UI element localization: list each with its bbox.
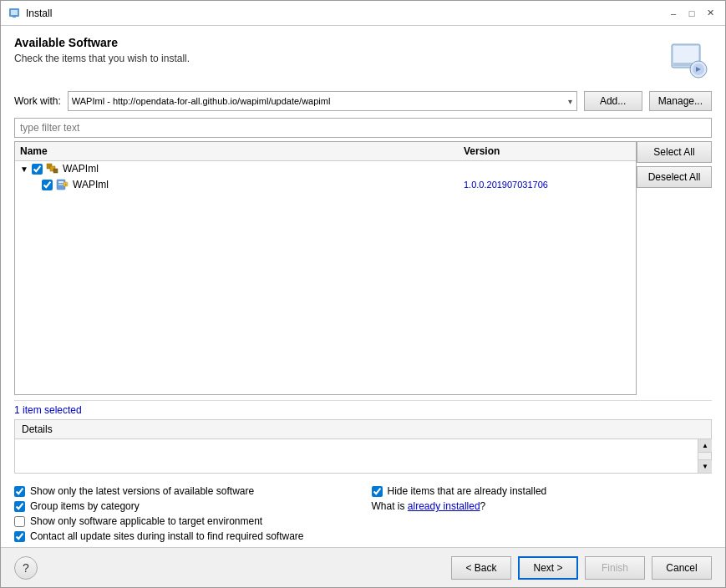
- already-installed-link[interactable]: already installed: [408, 500, 480, 512]
- status-text: 1 item selected: [14, 404, 82, 416]
- opt1-label: Show only the latest versions of availab…: [30, 485, 254, 497]
- details-header: Details: [15, 420, 711, 439]
- scrollbar-up[interactable]: ▲: [698, 439, 712, 453]
- expand-arrow: ▼: [20, 165, 28, 174]
- window-title: Install: [26, 8, 52, 19]
- list-header: Name Version: [15, 142, 636, 161]
- details-section: Details ▲ ▼: [14, 419, 712, 474]
- page-subtitle: Check the items that you wish to install…: [14, 53, 190, 64]
- svg-rect-2: [13, 16, 16, 18]
- group-checkbox[interactable]: [32, 164, 43, 175]
- opt4-text: What is already installed?: [372, 500, 486, 512]
- status-bar: 1 item selected: [14, 400, 712, 419]
- option-row-4: What is already installed?: [372, 500, 713, 512]
- back-button[interactable]: < Back: [451, 556, 511, 580]
- add-button[interactable]: Add...: [584, 91, 642, 111]
- next-button[interactable]: Next >: [518, 556, 578, 580]
- install-icon: [665, 36, 712, 83]
- header-area: Available Software Check the items that …: [14, 36, 712, 83]
- opt2-checkbox[interactable]: [372, 486, 383, 497]
- opt1-checkbox[interactable]: [14, 486, 25, 497]
- opt5-checkbox[interactable]: [14, 516, 25, 527]
- close-button[interactable]: ✕: [702, 5, 718, 22]
- opt5-label: Show only software applicable to target …: [30, 515, 262, 527]
- opt2-label: Hide items that are already installed: [388, 485, 547, 497]
- options-section: Show only the latest versions of availab…: [14, 480, 712, 547]
- scrollbar-down[interactable]: ▼: [698, 459, 712, 473]
- main-content-area: Available Software Check the items that …: [1, 26, 725, 547]
- manage-button[interactable]: Manage...: [649, 91, 712, 111]
- software-list-area: Name Version ▼: [14, 141, 712, 395]
- software-list[interactable]: Name Version ▼: [14, 141, 637, 395]
- work-with-select[interactable]: WAPIml - http://opendata-for-all.github.…: [68, 91, 577, 111]
- svg-rect-13: [58, 181, 63, 183]
- group-icon: [46, 163, 59, 175]
- work-with-row: Work with: WAPIml - http://opendata-for-…: [14, 91, 712, 111]
- work-with-label: Work with:: [14, 95, 61, 107]
- title-bar: Install – □ ✕: [1, 1, 725, 26]
- eclipse-install-icon: [668, 39, 708, 79]
- group-label: WAPIml: [63, 163, 99, 175]
- details-body: ▲ ▼: [15, 439, 711, 473]
- window-icon: [8, 7, 21, 20]
- item-checkbox[interactable]: [42, 180, 53, 190]
- install-window: Install – □ ✕ Available Software Check t…: [0, 0, 726, 588]
- plugin-icon: [56, 178, 69, 191]
- help-button[interactable]: ?: [14, 556, 38, 580]
- list-item-wapiml[interactable]: WAPIml 1.0.0.201907031706: [15, 176, 636, 193]
- svg-rect-14: [58, 184, 63, 185]
- select-all-button[interactable]: Select All: [637, 141, 712, 163]
- option-row-1: Show only the latest versions of availab…: [14, 485, 355, 497]
- opt3-checkbox[interactable]: [14, 501, 25, 512]
- svg-rect-4: [673, 46, 698, 63]
- option-row-5: Show only software applicable to target …: [14, 515, 355, 527]
- work-with-select-wrapper: WAPIml - http://opendata-for-all.github.…: [68, 91, 577, 111]
- item-version: 1.0.0.201907031706: [464, 180, 631, 190]
- finish-button[interactable]: Finish: [585, 556, 645, 580]
- title-bar-left: Install: [8, 7, 52, 20]
- svg-rect-1: [11, 10, 18, 15]
- minimize-button[interactable]: –: [665, 5, 682, 22]
- filter-and-list: Name Version ▼: [14, 118, 712, 398]
- option-row-3: Group items by category: [14, 500, 355, 512]
- col-version-header: Version: [464, 145, 631, 157]
- cancel-button[interactable]: Cancel: [652, 556, 712, 580]
- option-row-2: Hide items that are already installed: [372, 485, 713, 497]
- side-buttons: Select All Deselect All: [637, 141, 712, 395]
- header-text: Available Software Check the items that …: [14, 36, 190, 64]
- col-name-header: Name: [20, 145, 464, 157]
- opt6-label: Contact all update sites during install …: [30, 530, 304, 542]
- opt3-label: Group items by category: [30, 500, 140, 512]
- details-scrollbar: ▲ ▼: [698, 439, 711, 473]
- list-item-group-wapiml[interactable]: ▼ WAPIml: [15, 161, 636, 176]
- footer: ? < Back Next > Finish Cancel: [1, 547, 725, 587]
- software-section: Name Version ▼: [14, 118, 712, 547]
- maximize-button[interactable]: □: [683, 5, 700, 22]
- deselect-all-button[interactable]: Deselect All: [637, 166, 712, 188]
- opt6-checkbox[interactable]: [14, 531, 25, 542]
- footer-buttons: < Back Next > Finish Cancel: [451, 556, 712, 580]
- item-label: WAPIml: [73, 179, 109, 190]
- filter-input[interactable]: [14, 118, 712, 138]
- option-row-6: Contact all update sites during install …: [14, 530, 355, 542]
- page-title: Available Software: [14, 36, 190, 49]
- svg-rect-11: [53, 169, 58, 173]
- title-bar-controls: – □ ✕: [665, 5, 718, 22]
